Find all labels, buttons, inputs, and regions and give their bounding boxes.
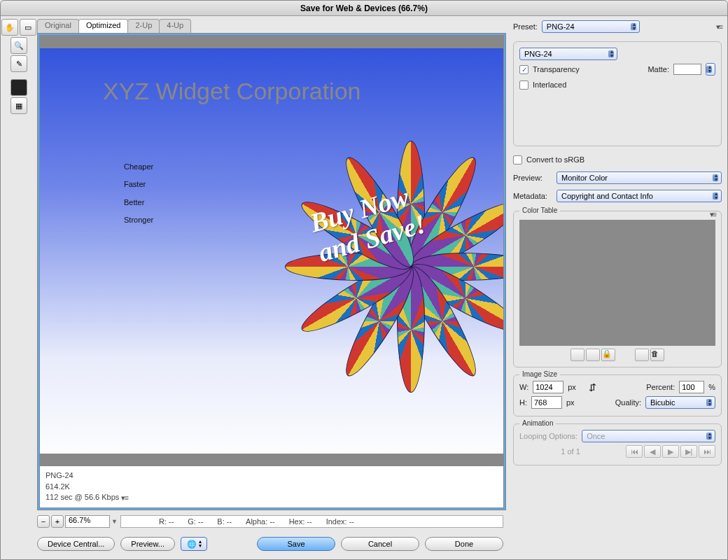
ct-btn-lock[interactable]: 🔒 [601,349,615,361]
image-size-title: Image Size [519,370,560,378]
color-table-toolbar: 🔒 🗑 [519,349,715,361]
eyedropper-tool[interactable]: ✎ [10,55,27,72]
height-label: H: [519,398,527,407]
convert-srgb-checkbox[interactable] [513,155,522,164]
ct-btn-2[interactable] [586,349,600,361]
info-format: PNG-24 [46,470,498,481]
zoom-group: − + 66.7% ▼ [37,515,118,528]
preview-outer: XYZ Widget Corporation Cheaper Faster Be… [38,34,505,510]
status-b: B: -- [217,517,232,526]
tab-4up[interactable]: 4-Up [159,19,191,33]
quality-select[interactable]: Bicubic▴▾ [645,396,715,409]
slice-info: PNG-24 614.2K 112 sec @ 56.6 Kbps ▾≡ [40,466,503,507]
percent-field[interactable] [679,381,704,393]
percent-label: Percent: [646,383,675,391]
status-alpha: Alpha: -- [246,517,275,526]
ct-btn-1[interactable] [570,349,584,361]
link-icon[interactable]: ⇵ [589,382,596,393]
interlaced-checkbox[interactable] [519,80,528,90]
info-timing: 112 sec @ 56.6 Kbps [46,493,119,501]
ct-btn-new[interactable] [635,349,649,361]
ct-btn-trash[interactable]: 🗑 [650,349,664,361]
canvas-bullet-list: Cheaper Faster Better Stronger [124,158,153,229]
foreground-color-swatch[interactable] [10,79,27,96]
bullet-item: Better [124,194,153,211]
width-field[interactable] [533,381,564,393]
metadata-label: Metadata: [513,192,552,200]
animation-group: Animation Looping Options: Once▴▾ 1 of 1… [513,424,722,465]
chevron-down-icon[interactable]: ▼ [111,518,118,525]
dialog-window: Save for Web & Devices (66.7%) ✋ ▭ 🔍 ✎ ▦… [0,0,728,560]
info-menu-icon[interactable]: ▾≡ [121,493,131,503]
status-row: − + 66.7% ▼ R: -- G: -- B: -- Alpha: -- … [37,513,503,530]
looping-select: Once▴▾ [582,430,715,442]
canvas-heading: XYZ Widget Corporation [103,78,361,105]
matte-select[interactable]: ▴▾ [706,63,715,76]
info-size: 614.2K [46,482,498,492]
slice-select-tool[interactable]: ▭ [20,19,36,36]
globe-icon: 🌐 [187,540,197,549]
bottom-button-row: Device Central... Preview... 🌐▴▾ Save Ca… [37,533,503,555]
status-r: R: -- [159,517,174,526]
canvas-margin-top [40,36,503,48]
canvas-wrap: XYZ Widget Corporation Cheaper Faster Be… [40,36,503,466]
matte-swatch[interactable] [673,64,701,75]
nav-last-button: ⏭ [699,445,715,458]
transparency-checkbox[interactable]: ✓ [519,65,528,74]
animation-nav: ⏮ ◀ ▶ ▶| ⏭ [626,445,715,458]
zoom-in-button[interactable]: + [51,515,64,528]
browser-preview-button[interactable]: 🌐▴▾ [181,537,207,551]
color-table[interactable] [519,220,715,346]
animation-page: 1 of 1 [519,447,622,456]
toggle-slices-button[interactable]: ▦ [10,97,27,114]
hand-tool[interactable]: ✋ [1,19,18,36]
format-select[interactable]: PNG-24▴▾ [519,48,617,60]
zoom-field[interactable]: 66.7% [65,515,110,528]
preview-mode-select[interactable]: Monitor Color▴▾ [556,172,722,184]
preview-button[interactable]: Preview... [120,537,175,551]
preset-label: Preset: [513,22,538,31]
zoom-out-button[interactable]: − [37,515,50,528]
color-table-group: Color Table ▾≡ 🔒 🗑 [513,211,722,368]
metadata-select[interactable]: Copyright and Contact Info▴▾ [556,190,722,202]
width-unit: px [568,383,576,391]
color-table-title: Color Table [519,206,560,214]
window-body: ✋ ▭ 🔍 ✎ ▦ Original Optimized 2-Up 4-Up [1,16,727,559]
status-index: Index: -- [326,517,354,526]
preset-menu-icon[interactable]: ▾≡ [716,22,722,31]
preview-mode-label: Preview: [513,174,552,182]
animation-title: Animation [519,419,556,427]
bullet-item: Faster [124,176,153,193]
preset-select[interactable]: PNG-24▴▾ [542,20,640,33]
device-central-button[interactable]: Device Central... [37,537,115,551]
percent-unit: % [708,383,715,391]
color-status-bar: R: -- G: -- B: -- Alpha: -- Hex: -- Inde… [120,515,503,528]
zoom-tool[interactable]: 🔍 [10,37,27,54]
image-size-group: Image Size W: px ⇵ Percent: % H: px [513,374,722,416]
tab-2up[interactable]: 2-Up [127,19,160,33]
eyedropper-icon: ✎ [16,59,22,69]
looping-label: Looping Options: [519,432,578,440]
canvas[interactable]: XYZ Widget Corporation Cheaper Faster Be… [40,36,503,466]
save-button[interactable]: Save [257,537,335,551]
cancel-button[interactable]: Cancel [341,537,419,551]
view-tabs: Original Optimized 2-Up 4-Up [37,19,506,33]
format-group: PNG-24▴▾ ✓ Transparency Matte: ▴▾ Interl… [513,41,722,146]
nav-prev-button: ◀ [644,445,661,458]
center-panel: Original Optimized 2-Up 4-Up XYZ Widget … [37,16,509,559]
tab-original[interactable]: Original [37,19,79,33]
tool-column: ✋ ▭ 🔍 ✎ ▦ [1,16,37,559]
hand-icon: ✋ [5,23,15,32]
nav-play-button: ▶ [662,445,679,458]
height-field[interactable] [531,396,562,409]
tab-optimized[interactable]: Optimized [78,19,129,33]
bullet-item: Stronger [124,211,153,229]
matte-label: Matte: [648,65,669,74]
settings-panel: Preset: PNG-24▴▾ ▾≡ PNG-24▴▾ ✓ Transpare… [509,16,727,559]
done-button[interactable]: Done [425,537,503,551]
status-g: G: -- [188,517,203,526]
magnifier-icon: 🔍 [14,41,24,50]
color-table-menu-icon[interactable]: ▾≡ [710,210,715,219]
slices-icon: ▦ [15,102,22,111]
height-unit: px [566,398,575,407]
